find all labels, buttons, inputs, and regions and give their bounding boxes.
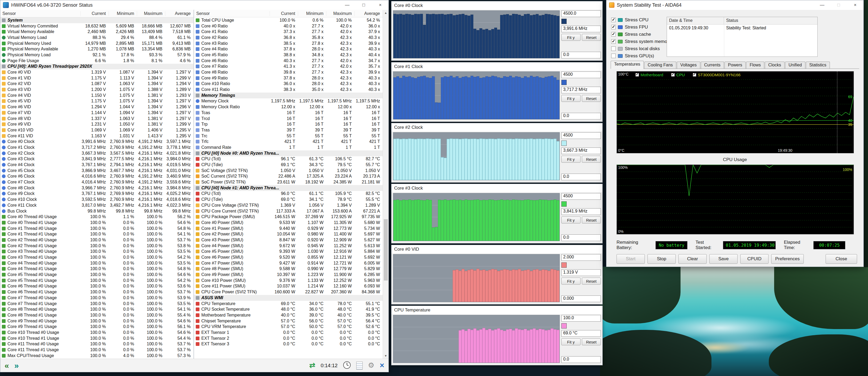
sensor-row[interactable]: Core #7 Thread #1 Usage100.0 %0.0 %100.0… bbox=[0, 301, 193, 307]
sensor-row[interactable]: Core #0 Power (SMU)9.533 W1.107 W11.305 … bbox=[194, 220, 383, 226]
y-min-input[interactable]: 0.0 bbox=[561, 52, 601, 58]
close-dialog-button[interactable]: Close bbox=[826, 254, 857, 264]
sensor-section-row[interactable]: System bbox=[0, 17, 193, 23]
sensor-row[interactable]: CPU (Tctl)96.0 °C61.1 °C105.9 °C82.5 °C bbox=[194, 191, 383, 197]
column-header-status[interactable]: Status bbox=[724, 17, 817, 24]
sensor-row[interactable]: Core #0 Thread #1 Usage100.0 %0.0 %100.0… bbox=[0, 220, 193, 226]
sensor-row[interactable]: Core #4 Clock3,767.1 MHz2,794.1 MHz4,216… bbox=[0, 162, 193, 168]
sensor-row[interactable]: Core #5 Power (SMU)9.393 W1.030 W12.916 … bbox=[194, 249, 383, 255]
tab-voltages[interactable]: Voltages bbox=[677, 62, 700, 68]
fit-y-button[interactable]: Fit y bbox=[561, 95, 581, 102]
y-min-input[interactable]: 0.0 bbox=[561, 113, 601, 120]
sensor-row[interactable]: Core #10 Thread #0 Usage100.0 %0.0 %100.… bbox=[0, 330, 193, 336]
tab-statistics[interactable]: Statistics bbox=[806, 62, 830, 68]
sensor-row[interactable]: Physical Memory Used14,979 MB2,895 MB15,… bbox=[0, 40, 193, 46]
sensor-row[interactable]: Physical Memory Available1,270 MB1,078 M… bbox=[0, 46, 193, 52]
column-header-maximum[interactable]: Maximum bbox=[137, 11, 165, 16]
sensor-row[interactable]: Core #1 Power (SMU)9.440 W0.929 W12.773 … bbox=[194, 226, 383, 231]
sensor-row[interactable]: Core #6 Ratio40.3 x27.7 x42.0 x34.7 x bbox=[194, 58, 383, 64]
sensor-row[interactable]: Core #11 Power (SMU)10.037 W1.214 W12.16… bbox=[194, 283, 383, 289]
tab-currents[interactable]: Currents bbox=[701, 62, 724, 68]
reset-button[interactable]: Reset bbox=[582, 95, 601, 102]
stress-option-disk[interactable]: Stress local disks bbox=[611, 45, 666, 52]
sensor-row[interactable]: Max CPU/Thread Usage100.0 %4.0 %100.0 %5… bbox=[0, 353, 193, 359]
series-color-swatch[interactable] bbox=[561, 80, 567, 85]
y-min-input[interactable]: 0.000 bbox=[561, 295, 601, 302]
tab-cooling-fans[interactable]: Cooling Fans bbox=[644, 62, 676, 68]
series-color-swatch[interactable] bbox=[561, 262, 567, 268]
close-sensors-icon[interactable]: × bbox=[380, 362, 384, 369]
sensor-row[interactable]: Core #11 Clock3,817.0 MHz3,492.7 MHz4,21… bbox=[0, 202, 193, 208]
tab-flows[interactable]: Flows bbox=[746, 62, 764, 68]
remote-monitoring-icon[interactable]: ⇄ bbox=[309, 362, 315, 369]
sensor-row[interactable]: Chipset Temperature57.0 °C56.0 °C57.0 °C… bbox=[194, 318, 383, 324]
sensor-row[interactable]: Core #9 Thread #0 Usage100.0 %0.0 %100.0… bbox=[0, 318, 193, 324]
sensor-row[interactable]: Core #5 Ratio38.8 x34.8 x42.3 x40.4 x bbox=[194, 52, 383, 58]
sensor-row[interactable]: Page File Usage6.6 %1.8 %8.1 %4.6 % bbox=[0, 58, 193, 64]
sensor-row[interactable]: Core #3 VID1.200 V1.075 V1.388 V1.289 V bbox=[0, 87, 193, 93]
sensor-row[interactable]: CPU (Tdie)69.0 °C34.1 °C78.9 °C55.5 °C bbox=[194, 196, 383, 202]
stress-option-cpu[interactable]: Stress CPU bbox=[611, 16, 666, 24]
y-max-input[interactable]: 100.0 bbox=[561, 315, 601, 322]
y-min-input[interactable]: 0.0 bbox=[561, 234, 601, 241]
stress-option-cache[interactable]: Stress cache bbox=[611, 31, 666, 38]
sensor-row[interactable]: Core #1 Clock3,717.2 MHz2,760.9 MHz4,191… bbox=[0, 145, 193, 150]
scroll-right-icon[interactable]: » bbox=[14, 362, 19, 370]
sensor-row[interactable]: Core #10 Clock3,592.5 MHz2,760.9 MHz4,21… bbox=[0, 196, 193, 202]
sensor-row[interactable]: Core #9 VID1.231 V1.050 V1.381 V1.299 V bbox=[0, 121, 193, 127]
sensor-row[interactable]: Core #8 Thread #0 Usage100.0 %0.0 %100.0… bbox=[0, 306, 193, 312]
sensor-row[interactable]: Core #10 Thread #1 Usage100.0 %0.0 %100.… bbox=[0, 336, 193, 341]
fit-y-button[interactable]: Fit y bbox=[561, 338, 581, 345]
sensor-row[interactable]: Core #1 VID1.175 V1.113 V1.394 V1.299 V bbox=[0, 75, 193, 81]
sensor-row[interactable]: Core #8 Thread #1 Usage100.0 %0.0 %100.0… bbox=[0, 312, 193, 318]
sensor-row[interactable]: Memory Clock Ratio12.00 x12.00 x12.00 x1… bbox=[194, 104, 383, 110]
sensor-section-row[interactable]: CPU [#0]: AMD Ryzen Threadripper 2920X bbox=[0, 64, 193, 70]
sensor-row[interactable]: Core #2 Thread #0 Usage100.0 %0.0 %100.0… bbox=[0, 237, 193, 243]
legend-checkbox[interactable] bbox=[671, 73, 675, 76]
sensor-row[interactable]: Total CPU Usage100.0 %0.6 %100.0 %54.2 % bbox=[194, 17, 383, 23]
sensor-row[interactable]: Core #4 Thread #0 Usage100.0 %0.0 %100.0… bbox=[0, 260, 193, 266]
sensor-row[interactable]: Core #11 VID1.163 V1.031 V1.413 V1.295 V bbox=[0, 133, 193, 139]
graph-window-title[interactable]: Core #0 Clock bbox=[392, 1, 602, 9]
column-header-minimum[interactable]: Minimum bbox=[108, 11, 137, 16]
sensor-row[interactable]: CPU Core Current (SVI2 TFN)117.333 A17.0… bbox=[194, 208, 383, 214]
graph-window-title[interactable]: Core #2 Clock bbox=[392, 123, 602, 131]
aida64-titlebar[interactable]: System Stability Test - AIDA64 — □ × bbox=[607, 0, 864, 10]
sensor-row[interactable]: Virtual Memory Available2,460 MB2,426 MB… bbox=[0, 29, 193, 35]
sensor-row[interactable]: Tras39 T39 T39 T39 T bbox=[194, 127, 383, 133]
sensor-row[interactable]: Virtual Memory Committed18,632 MB5,609 M… bbox=[0, 23, 193, 29]
maximize-button[interactable]: □ bbox=[355, 0, 372, 10]
sensor-row[interactable]: Core #9 Clock3,767.1 MHz2,769.9 MHz4,216… bbox=[0, 191, 193, 197]
settings-gear-icon[interactable]: ⚙ bbox=[368, 362, 374, 369]
sensor-row[interactable]: Core #4 VID1.150 V1.075 V1.381 V1.293 V bbox=[0, 93, 193, 98]
clear-button[interactable]: Clear bbox=[678, 254, 707, 264]
sensor-row[interactable]: Bus Clock99.8 MHz99.8 MHz99.8 MHz99.8 MH… bbox=[0, 208, 193, 214]
y-min-input[interactable]: 0.0 bbox=[561, 174, 601, 180]
sensor-row[interactable]: Core #2 Ratio36.8 x35.8 x42.3 x40.3 x bbox=[194, 35, 383, 40]
y-max-input[interactable]: 4500.0 bbox=[561, 10, 601, 17]
stop-button[interactable]: Stop bbox=[648, 254, 676, 264]
sensor-row[interactable]: Core #7 Thread #0 Usage100.0 %0.0 %100.0… bbox=[0, 295, 193, 301]
column-header-date-time[interactable]: Date & Time bbox=[667, 17, 724, 24]
report-icon[interactable] bbox=[356, 362, 363, 370]
sensor-row[interactable]: Core #5 Thread #1 Usage100.0 %0.0 %100.0… bbox=[0, 278, 193, 283]
sensor-row[interactable]: SoC Voltage (SVI2 TFN)1.050 V1.050 V1.05… bbox=[194, 168, 383, 174]
y-min-input[interactable]: 0.0 bbox=[561, 356, 601, 363]
reset-button[interactable]: Reset bbox=[582, 34, 601, 41]
sensor-row[interactable]: Command Rate1 T1 T1 T1 T bbox=[194, 145, 383, 150]
sensor-row[interactable]: Core #5 Clock3,866.9 MHz3,467.7 MHz4,216… bbox=[0, 168, 193, 174]
sensor-row[interactable]: Core #3 Thread #1 Usage100.0 %0.0 %100.0… bbox=[0, 254, 193, 260]
sensor-section-row[interactable]: CPU [#0] Node #1: AMD Ryzen Threa... bbox=[194, 185, 383, 191]
sensor-row[interactable]: Core #4 Thread #1 Usage100.0 %0.0 %100.0… bbox=[0, 266, 193, 272]
series-color-swatch[interactable] bbox=[561, 201, 567, 207]
series-color-swatch[interactable] bbox=[561, 19, 567, 24]
sensor-row[interactable]: Core #1 Thread #0 Usage100.0 %0.0 %100.0… bbox=[0, 226, 193, 231]
save-button[interactable]: Save bbox=[709, 254, 738, 264]
sensor-row[interactable]: EXT Tsensor 10.0 °C0.0 °C0.0 °C0.0 °C bbox=[194, 330, 383, 336]
clock-icon[interactable] bbox=[343, 361, 351, 370]
fit-y-button[interactable]: Fit y bbox=[561, 217, 581, 223]
sensor-row[interactable]: Core #8 Clock3,966.7 MHz2,760.9 MHz4,216… bbox=[0, 185, 193, 191]
y-max-input[interactable]: 4500 bbox=[561, 193, 601, 200]
sensor-row[interactable]: Trc55 T55 T55 T55 T bbox=[194, 133, 383, 139]
sensor-row[interactable]: CPU Package Power (SMU)146.515 W37.269 W… bbox=[194, 214, 383, 220]
